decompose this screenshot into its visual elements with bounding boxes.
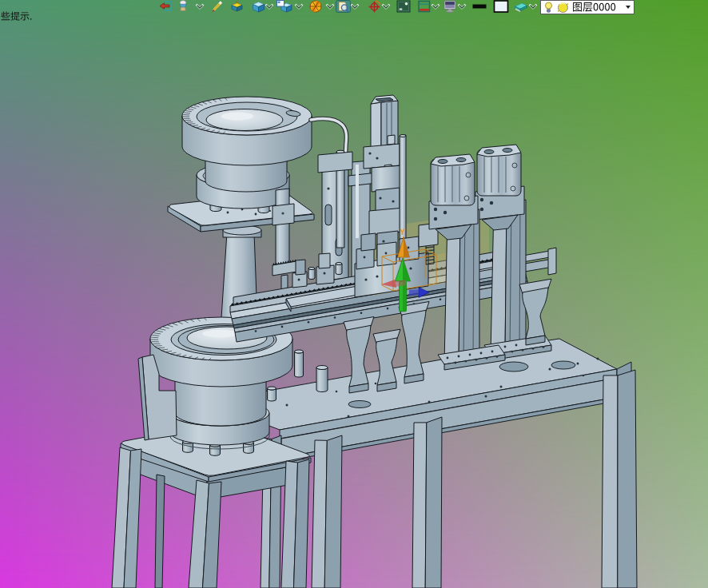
zoom-document-icon[interactable] (336, 0, 351, 13)
combo-dropdown-arrow-icon[interactable] (626, 6, 630, 9)
scene-settings-icon[interactable] (396, 0, 411, 13)
dropdown-chevron-icon[interactable] (195, 1, 205, 11)
dropdown-chevron-icon[interactable] (350, 1, 360, 11)
dropdown-chevron-icon[interactable] (431, 1, 440, 11)
dropdown-chevron-icon[interactable] (381, 1, 391, 11)
lightbulb-icon[interactable] (543, 2, 554, 13)
dropdown-chevron-icon[interactable] (325, 1, 335, 11)
toolbar (0, 0, 708, 14)
cad-application-window: Y (0, 0, 708, 588)
locate-target-icon[interactable] (366, 0, 383, 13)
color-swatch-icon[interactable] (493, 0, 509, 13)
sketch-pencil-icon[interactable] (211, 0, 225, 13)
table-window-icon[interactable] (417, 0, 432, 13)
dropdown-chevron-icon[interactable] (457, 1, 467, 11)
eraser-book-icon[interactable] (513, 0, 529, 13)
cad-model-machine[interactable]: Y (0, 0, 708, 588)
render-palette-icon[interactable] (308, 0, 324, 13)
lower-bowl-feeder[interactable] (138, 317, 292, 455)
dropdown-chevron-icon[interactable] (294, 1, 304, 11)
insert-part-icon[interactable] (177, 0, 189, 13)
layer-combo-value (572, 2, 616, 14)
dropdown-chevron-icon[interactable] (265, 1, 274, 11)
line-width-icon[interactable] (471, 0, 487, 13)
exit-icon[interactable] (159, 0, 173, 13)
layer-color-circle-icon[interactable] (556, 2, 570, 14)
gizmo-axis-label: Y (400, 227, 406, 236)
sketch-plane-icon[interactable] (230, 0, 244, 13)
layer-combo-box[interactable] (540, 0, 634, 14)
view-window-icon[interactable] (276, 0, 292, 13)
display-monitor-icon[interactable] (443, 0, 457, 13)
layer-combo-text (572, 2, 616, 14)
dropdown-chevron-icon[interactable] (528, 1, 538, 11)
